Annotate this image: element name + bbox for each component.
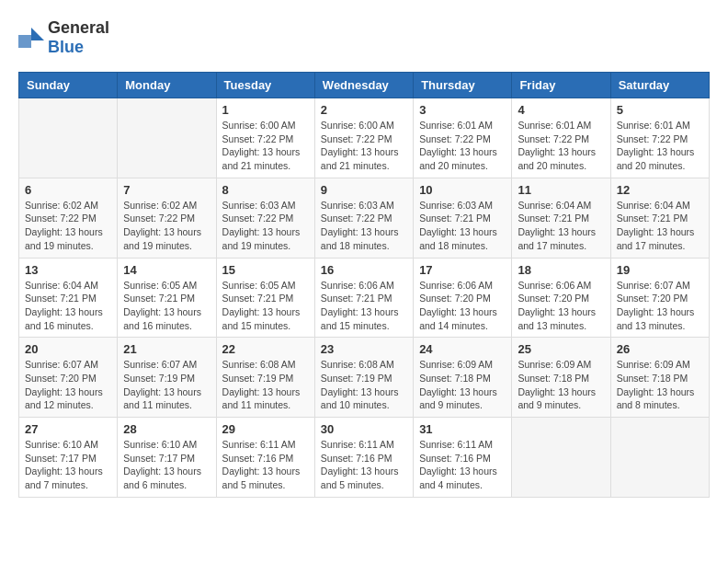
weekday-header: Sunday [19,73,118,98]
day-number: 10 [419,183,506,197]
calendar-cell: 3Sunrise: 6:01 AM Sunset: 7:22 PM Daylig… [414,98,512,178]
day-number: 12 [617,183,703,197]
day-number: 17 [419,263,506,277]
calendar-cell: 27Sunrise: 6:10 AM Sunset: 7:17 PM Dayli… [19,418,118,498]
day-number: 30 [321,422,407,436]
weekday-header: Wednesday [314,73,413,98]
weekday-header: Friday [512,73,610,98]
day-number: 26 [617,342,703,356]
day-info: Sunrise: 6:06 AM Sunset: 7:20 PM Dayligh… [518,279,604,333]
day-number: 1 [222,103,309,117]
day-info: Sunrise: 6:11 AM Sunset: 7:16 PM Dayligh… [321,438,407,492]
day-info: Sunrise: 6:00 AM Sunset: 7:22 PM Dayligh… [321,119,407,173]
calendar-cell: 1Sunrise: 6:00 AM Sunset: 7:22 PM Daylig… [216,98,314,178]
calendar-cell: 18Sunrise: 6:06 AM Sunset: 7:20 PM Dayli… [512,258,610,338]
day-info: Sunrise: 6:03 AM Sunset: 7:22 PM Dayligh… [222,199,309,253]
calendar-cell: 7Sunrise: 6:02 AM Sunset: 7:22 PM Daylig… [118,178,216,258]
calendar-cell: 29Sunrise: 6:11 AM Sunset: 7:16 PM Dayli… [216,418,314,498]
calendar-cell: 25Sunrise: 6:09 AM Sunset: 7:18 PM Dayli… [512,338,610,418]
day-number: 28 [123,422,210,436]
day-number: 4 [518,103,604,117]
calendar-cell: 9Sunrise: 6:03 AM Sunset: 7:22 PM Daylig… [314,178,413,258]
logo-blue: Blue [48,38,84,56]
day-info: Sunrise: 6:09 AM Sunset: 7:18 PM Dayligh… [518,358,604,412]
calendar-cell: 12Sunrise: 6:04 AM Sunset: 7:21 PM Dayli… [610,178,709,258]
calendar-table: SundayMondayTuesdayWednesdayThursdayFrid… [18,72,710,498]
day-info: Sunrise: 6:08 AM Sunset: 7:19 PM Dayligh… [222,358,309,412]
day-info: Sunrise: 6:07 AM Sunset: 7:20 PM Dayligh… [25,358,111,412]
day-info: Sunrise: 6:07 AM Sunset: 7:19 PM Dayligh… [123,358,210,412]
day-info: Sunrise: 6:01 AM Sunset: 7:22 PM Dayligh… [518,119,604,173]
day-number: 8 [222,183,309,197]
day-number: 16 [321,263,407,277]
calendar-cell: 13Sunrise: 6:04 AM Sunset: 7:21 PM Dayli… [19,258,118,338]
page-header: General Blue [18,18,710,57]
calendar-cell: 6Sunrise: 6:02 AM Sunset: 7:22 PM Daylig… [19,178,118,258]
weekday-header: Monday [118,73,216,98]
calendar-cell: 31Sunrise: 6:11 AM Sunset: 7:16 PM Dayli… [414,418,512,498]
day-number: 9 [321,183,407,197]
calendar-cell: 28Sunrise: 6:10 AM Sunset: 7:17 PM Dayli… [118,418,216,498]
calendar-cell: 5Sunrise: 6:01 AM Sunset: 7:22 PM Daylig… [610,98,709,178]
svg-marker-1 [18,35,31,48]
calendar-cell: 30Sunrise: 6:11 AM Sunset: 7:16 PM Dayli… [314,418,413,498]
calendar-cell: 24Sunrise: 6:09 AM Sunset: 7:18 PM Dayli… [414,338,512,418]
logo-general: General [48,18,109,37]
day-number: 27 [25,422,111,436]
day-info: Sunrise: 6:04 AM Sunset: 7:21 PM Dayligh… [617,199,703,253]
day-number: 31 [419,422,506,436]
day-number: 22 [222,342,309,356]
calendar-cell [19,98,118,178]
calendar-cell: 8Sunrise: 6:03 AM Sunset: 7:22 PM Daylig… [216,178,314,258]
day-info: Sunrise: 6:06 AM Sunset: 7:21 PM Dayligh… [321,279,407,333]
calendar-cell: 19Sunrise: 6:07 AM Sunset: 7:20 PM Dayli… [610,258,709,338]
day-number: 2 [321,103,407,117]
day-info: Sunrise: 6:03 AM Sunset: 7:22 PM Dayligh… [321,199,407,253]
calendar-cell: 14Sunrise: 6:05 AM Sunset: 7:21 PM Dayli… [118,258,216,338]
day-info: Sunrise: 6:11 AM Sunset: 7:16 PM Dayligh… [419,438,506,492]
day-info: Sunrise: 6:03 AM Sunset: 7:21 PM Dayligh… [419,199,506,253]
calendar-cell: 17Sunrise: 6:06 AM Sunset: 7:20 PM Dayli… [414,258,512,338]
calendar-cell: 26Sunrise: 6:09 AM Sunset: 7:18 PM Dayli… [610,338,709,418]
logo-icon [18,28,44,48]
calendar-cell: 23Sunrise: 6:08 AM Sunset: 7:19 PM Dayli… [314,338,413,418]
calendar-cell: 22Sunrise: 6:08 AM Sunset: 7:19 PM Dayli… [216,338,314,418]
calendar-cell [118,98,216,178]
day-number: 5 [617,103,703,117]
day-info: Sunrise: 6:04 AM Sunset: 7:21 PM Dayligh… [25,279,111,333]
day-number: 19 [617,263,703,277]
day-info: Sunrise: 6:01 AM Sunset: 7:22 PM Dayligh… [419,119,506,173]
calendar-cell: 21Sunrise: 6:07 AM Sunset: 7:19 PM Dayli… [118,338,216,418]
calendar-cell: 16Sunrise: 6:06 AM Sunset: 7:21 PM Dayli… [314,258,413,338]
day-info: Sunrise: 6:01 AM Sunset: 7:22 PM Dayligh… [617,119,703,173]
day-number: 15 [222,263,309,277]
day-info: Sunrise: 6:05 AM Sunset: 7:21 PM Dayligh… [123,279,210,333]
day-info: Sunrise: 6:04 AM Sunset: 7:21 PM Dayligh… [518,199,604,253]
day-number: 6 [25,183,111,197]
calendar-cell: 10Sunrise: 6:03 AM Sunset: 7:21 PM Dayli… [414,178,512,258]
day-number: 14 [123,263,210,277]
calendar-cell: 4Sunrise: 6:01 AM Sunset: 7:22 PM Daylig… [512,98,610,178]
day-number: 20 [25,342,111,356]
day-info: Sunrise: 6:06 AM Sunset: 7:20 PM Dayligh… [419,279,506,333]
day-number: 3 [419,103,506,117]
day-info: Sunrise: 6:05 AM Sunset: 7:21 PM Dayligh… [222,279,309,333]
calendar-cell: 2Sunrise: 6:00 AM Sunset: 7:22 PM Daylig… [314,98,413,178]
day-info: Sunrise: 6:10 AM Sunset: 7:17 PM Dayligh… [25,438,111,492]
calendar-cell [512,418,610,498]
day-number: 11 [518,183,604,197]
svg-marker-0 [31,28,44,40]
day-number: 25 [518,342,604,356]
calendar-cell: 15Sunrise: 6:05 AM Sunset: 7:21 PM Dayli… [216,258,314,338]
calendar-cell: 11Sunrise: 6:04 AM Sunset: 7:21 PM Dayli… [512,178,610,258]
day-number: 24 [419,342,506,356]
logo-text: General Blue [48,18,109,57]
day-info: Sunrise: 6:02 AM Sunset: 7:22 PM Dayligh… [123,199,210,253]
day-info: Sunrise: 6:02 AM Sunset: 7:22 PM Dayligh… [25,199,111,253]
weekday-header: Thursday [414,73,512,98]
day-number: 18 [518,263,604,277]
day-number: 13 [25,263,111,277]
calendar-cell [610,418,709,498]
day-info: Sunrise: 6:11 AM Sunset: 7:16 PM Dayligh… [222,438,309,492]
day-info: Sunrise: 6:10 AM Sunset: 7:17 PM Dayligh… [123,438,210,492]
